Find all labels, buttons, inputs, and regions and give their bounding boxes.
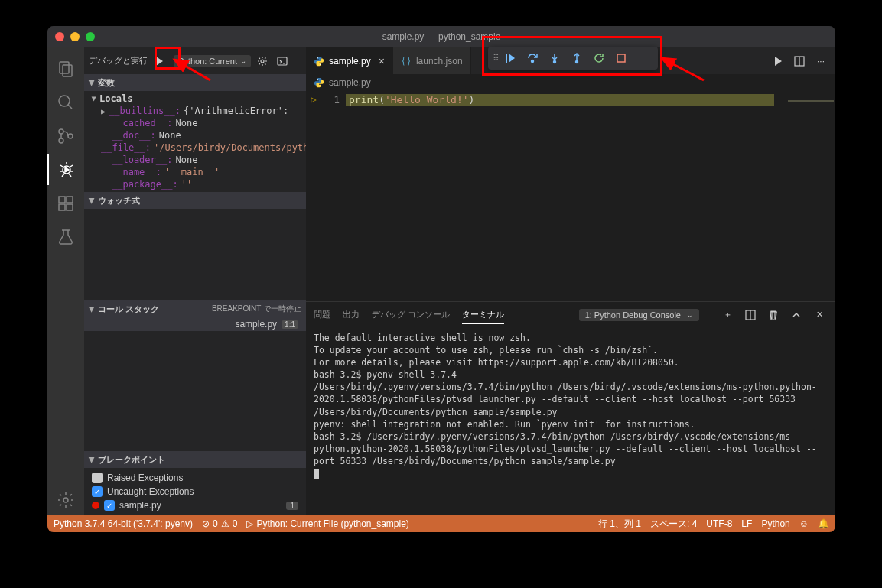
breakpoint-row[interactable]: ✓Uncaught Exceptions [89, 485, 301, 499]
status-interpreter[interactable]: Python 3.7.4 64-bit ('3.7.4': pyenv) [54, 518, 193, 529]
variable-value: '' [181, 179, 192, 190]
locals-scope[interactable]: ▶ Locals [84, 93, 306, 105]
step-over-button[interactable] [522, 48, 542, 68]
kill-terminal-button[interactable] [765, 307, 782, 323]
window-minimize-icon[interactable] [70, 32, 80, 41]
debug-config-label: Python: Current [178, 57, 237, 66]
breakpoint-row[interactable]: Raised Exceptions [89, 471, 301, 485]
variable-name: __name__: [112, 167, 161, 177]
code-editor[interactable]: ▷ 1 print('Hello World!') [306, 91, 835, 301]
svg-marker-27 [775, 57, 782, 66]
breadcrumb-file: sample.py [329, 77, 371, 88]
tab-label: launch.json [416, 56, 463, 67]
debug-settings-button[interactable] [254, 53, 271, 70]
window-zoom-icon[interactable] [86, 32, 95, 41]
status-problems[interactable]: ⊘0 ⚠0 [202, 518, 237, 529]
chevron-down-icon: ▶ [88, 306, 96, 312]
window-close-icon[interactable] [55, 32, 64, 41]
scm-icon[interactable] [47, 121, 84, 151]
split-editor-button[interactable] [791, 53, 808, 70]
run-button[interactable] [770, 53, 786, 70]
variable-row[interactable]: __doc__: None [84, 129, 306, 141]
variable-row[interactable]: __name__: '__main__' [84, 166, 306, 178]
watch-section-header[interactable]: ▶ ウォッチ式 [84, 192, 306, 209]
drag-handle-icon[interactable]: ⠿ [493, 53, 498, 63]
breakpoint-label: Uncaught Exceptions [107, 486, 194, 497]
svg-point-21 [63, 498, 68, 502]
python-file-icon [314, 56, 324, 67]
maximize-panel-button[interactable] [788, 307, 805, 323]
debug-console-toggle-button[interactable] [274, 53, 291, 70]
debug-config-select[interactable]: Python: Current ⌄ [174, 55, 251, 67]
editor-tab[interactable]: sample.py× [306, 47, 393, 74]
debug-icon[interactable] [47, 154, 84, 185]
start-debug-button[interactable] [151, 53, 168, 70]
debug-toolbar[interactable]: ⠿ [488, 47, 658, 70]
svg-rect-18 [67, 204, 73, 210]
gear-icon[interactable] [47, 485, 84, 515]
status-encoding[interactable]: UTF-8 [706, 518, 732, 529]
close-panel-button[interactable]: ✕ [811, 307, 828, 323]
test-icon[interactable] [47, 222, 84, 252]
callstack-section-header[interactable]: ▶ コール スタック BREAKPOINT で一時停止 [84, 300, 306, 317]
json-file-icon [401, 56, 412, 67]
editor-tab[interactable]: launch.json [393, 47, 471, 74]
split-terminal-button[interactable] [742, 307, 759, 323]
svg-rect-0 [60, 62, 69, 73]
variable-row[interactable]: __cached__: None [84, 117, 306, 129]
editor-area: sample.py×launch.json ··· sample.py ▷ 1 … [306, 47, 835, 515]
close-tab-button[interactable]: × [379, 55, 385, 67]
panel-tab[interactable]: 出力 [343, 306, 360, 324]
status-feedback-icon[interactable]: ☺ [799, 518, 809, 529]
checkbox[interactable]: ✓ [104, 500, 115, 511]
search-icon[interactable] [47, 87, 84, 118]
stop-button[interactable] [611, 48, 631, 68]
status-cursor-pos[interactable]: 行 1、列 1 [598, 518, 641, 531]
step-out-button[interactable] [567, 48, 587, 68]
variable-name: __builtins__: [109, 106, 181, 116]
breakpoint-row[interactable]: ✓sample.py1 [89, 499, 301, 512]
callstack-frame[interactable]: sample.py1:1 [84, 317, 306, 331]
step-into-button[interactable] [545, 48, 565, 68]
variable-value: None [159, 130, 181, 141]
status-indentation[interactable]: スペース: 4 [650, 518, 697, 531]
status-language[interactable]: Python [761, 518, 789, 529]
python-file-icon [314, 77, 324, 88]
callstack-label: コール スタック [98, 304, 159, 315]
minimap[interactable] [782, 91, 835, 301]
explorer-icon[interactable] [47, 54, 84, 84]
variables-section-header[interactable]: ▶ 変数 [84, 74, 306, 91]
checkbox[interactable]: ✓ [92, 486, 103, 497]
status-debug-target[interactable]: ▷ Python: Current File (python_sample) [246, 518, 408, 529]
terminal-output[interactable]: The default interactive shell is now zsh… [306, 327, 835, 515]
panel-tab[interactable]: デバッグ コンソール [372, 306, 450, 324]
svg-rect-19 [67, 197, 73, 203]
chevron-down-icon: ⌄ [687, 311, 693, 319]
variable-value: {'ArithmeticError': [184, 106, 288, 116]
status-eol[interactable]: LF [741, 518, 752, 529]
status-bell-icon[interactable]: 🔔 [818, 518, 829, 529]
variable-name: __doc__: [112, 130, 156, 141]
panel-tab[interactable]: 問題 [314, 306, 330, 324]
variable-row[interactable]: __file__: '/Users/birdy/Documents/pyth… [84, 141, 306, 154]
variable-value: None [175, 118, 197, 128]
more-actions-button[interactable]: ··· [812, 53, 829, 70]
panel-tab[interactable]: ターミナル [462, 306, 504, 324]
terminal-select[interactable]: 1: Python Debug Console ⌄ [579, 309, 699, 321]
code-line-highlighted: print('Hello World!') [346, 94, 774, 106]
frame-file: sample.py [235, 319, 277, 330]
variable-row[interactable]: __loader__: None [84, 154, 306, 166]
variable-row[interactable]: __package__: '' [84, 178, 306, 190]
breadcrumb[interactable]: sample.py [306, 74, 835, 91]
titlebar: sample.py — python_sample [47, 26, 835, 47]
new-terminal-button[interactable]: ＋ [719, 307, 736, 323]
continue-button[interactable] [500, 48, 520, 68]
breakpoint-label: sample.py [119, 500, 161, 511]
svg-point-23 [261, 60, 264, 63]
extensions-icon[interactable] [47, 188, 84, 219]
checkbox[interactable] [92, 473, 103, 483]
svg-point-31 [320, 86, 321, 86]
variable-row[interactable]: ▶__builtins__: {'ArithmeticError': [84, 105, 306, 117]
restart-button[interactable] [589, 48, 609, 68]
breakpoints-section-header[interactable]: ▶ ブレークポイント [84, 451, 306, 468]
